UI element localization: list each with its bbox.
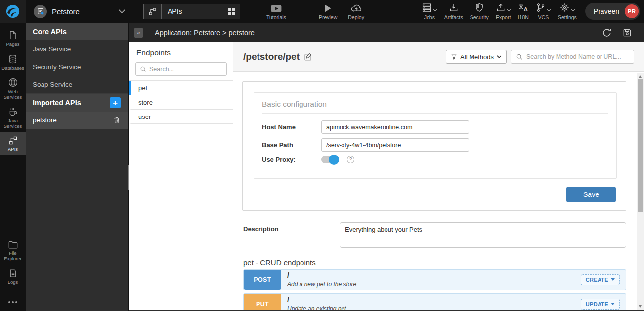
jobs-menu[interactable]: Jobs — [418, 0, 441, 23]
sidebar-item-apis[interactable]: APIs — [0, 132, 26, 155]
vcs-menu[interactable]: VCS — [532, 0, 555, 23]
add-api-button[interactable]: + — [110, 97, 121, 108]
preview-button[interactable]: Preview — [315, 0, 341, 23]
download-tray-icon — [449, 3, 459, 13]
tutorials-label: Tutorials — [266, 14, 286, 20]
breadcrumb-bar: « Application: Petstore > petstore — [129, 23, 644, 42]
more-menu-button[interactable] — [0, 296, 26, 311]
description-section: Description Everything about your Pets — [243, 222, 626, 248]
endpoint-row-put[interactable]: PUT / Update an existing pet UPDATE — [243, 293, 626, 311]
core-api-java-service[interactable]: Java Service — [26, 40, 128, 58]
sidebar-item-label: Databases — [1, 66, 24, 71]
method-filter-select[interactable]: All Methods — [446, 50, 507, 64]
use-proxy-toggle[interactable] — [321, 156, 338, 163]
sidebar-item-databases[interactable]: Databases — [0, 50, 26, 74]
log-document-icon — [8, 268, 18, 278]
caret-down-icon — [507, 9, 511, 12]
imported-apis-header: Imported APIs + — [26, 94, 128, 112]
core-api-security-service[interactable]: Security Service — [26, 58, 128, 76]
sidebar-item-logs[interactable]: Logs — [0, 265, 26, 288]
sidebar-item-java-services[interactable]: Java Services — [0, 103, 26, 132]
main-header: /petstore/pet All Methods — [233, 42, 644, 72]
scroll-down-arrow[interactable] — [639, 305, 642, 308]
sidebar-item-label: File Explorer — [1, 251, 25, 262]
panel-scrollbar-thumb[interactable] — [128, 165, 129, 190]
base-path-field[interactable] — [321, 138, 469, 152]
sidebar-item-label: APIs — [8, 147, 18, 152]
project-name: Petstore — [52, 7, 80, 16]
user-menu[interactable]: Praveen PR — [585, 3, 640, 20]
search-icon — [516, 53, 523, 60]
update-action-dropdown[interactable]: UPDATE — [581, 299, 620, 310]
endpoint-path: / — [287, 296, 581, 304]
topbar-tools: Jobs Artifacts Security Export A I18N VC… — [418, 0, 580, 23]
core-api-soap-service[interactable]: Soap Service — [26, 76, 128, 94]
endpoint-item-pet[interactable]: pet — [129, 81, 233, 95]
filter-funnel-icon — [451, 54, 457, 60]
wavemaker-logo[interactable] — [0, 0, 26, 23]
upload-tray-icon — [496, 3, 506, 13]
caret-down-icon — [611, 278, 615, 281]
scrollbar-thumb[interactable] — [638, 79, 643, 212]
breadcrumb: Application: Petstore > petstore — [155, 29, 255, 37]
scroll-up-arrow[interactable] — [639, 75, 642, 78]
endpoints-panel: Endpoints pet store user — [129, 42, 233, 311]
branch-icon — [536, 2, 546, 13]
caret-down-icon — [611, 303, 615, 305]
save-project-button[interactable] — [622, 28, 632, 38]
description-field[interactable]: Everything about your Pets — [340, 222, 626, 248]
jobs-label: Jobs — [424, 14, 435, 20]
action-label: CREATE — [586, 277, 608, 283]
api-explorer-panel: Core APIs Java Service Security Service … — [26, 23, 128, 311]
settings-menu[interactable]: Settings — [555, 0, 580, 23]
svg-text:A: A — [523, 6, 528, 13]
tutorials-button[interactable]: Tutorials — [263, 0, 290, 23]
endpoint-item-store[interactable]: store — [129, 95, 233, 110]
page-title: /petstore/pet — [243, 51, 300, 62]
endpoint-path: / — [287, 272, 581, 280]
project-switcher[interactable]: Petstore — [26, 0, 132, 23]
database-icon — [8, 54, 18, 64]
endpoint-item-user[interactable]: user — [129, 110, 233, 124]
sidebar-item-web-services[interactable]: Web Services — [0, 74, 26, 103]
description-label: Description — [243, 222, 340, 248]
base-path-label: Base Path — [262, 141, 321, 149]
imported-apis-label: Imported APIs — [33, 99, 81, 107]
endpoints-search-input[interactable] — [149, 66, 222, 73]
export-menu[interactable]: Export — [492, 0, 515, 23]
sidebar-item-file-explorer[interactable]: File Explorer — [0, 236, 26, 265]
sidebar-item-pages[interactable]: Pages — [0, 27, 26, 50]
use-proxy-label: Use Proxy: — [262, 156, 321, 163]
grid-icon — [228, 7, 236, 15]
main-scrollbar[interactable] — [637, 73, 644, 310]
endpoint-info: / Add a new pet to the store — [281, 270, 581, 290]
edit-title-button[interactable] — [304, 52, 313, 61]
save-button[interactable]: Save — [566, 187, 616, 202]
imported-api-petstore[interactable]: petstore — [26, 112, 128, 129]
refresh-button[interactable] — [601, 27, 612, 38]
caret-down-icon — [433, 9, 437, 12]
delete-api-button[interactable] — [113, 116, 121, 124]
sidebar-item-label: Web Services — [1, 89, 25, 100]
nodes-icon — [8, 136, 18, 145]
i18n-label: I18N — [518, 14, 529, 20]
petstore-label: petstore — [33, 117, 57, 124]
endpoints-search[interactable] — [135, 62, 227, 76]
create-action-dropdown[interactable]: CREATE — [581, 274, 620, 285]
deploy-button[interactable]: Deploy — [344, 0, 368, 23]
globe-icon — [8, 78, 18, 88]
collapse-panel-button[interactable]: « — [134, 28, 143, 38]
method-search-input[interactable] — [526, 53, 629, 60]
artifacts-button[interactable]: Artifacts — [441, 0, 467, 23]
security-button[interactable]: Security — [467, 0, 492, 23]
basic-configuration-title: Basic configuration — [262, 100, 608, 114]
endpoint-row-post[interactable]: POST / Add a new pet to the store CREATE — [243, 269, 626, 290]
host-name-field[interactable] — [321, 120, 469, 134]
workspace-tab-apis[interactable]: APIs — [143, 4, 240, 19]
floppy-save-icon — [622, 28, 632, 38]
help-icon: ? — [347, 156, 354, 163]
method-search[interactable] — [511, 50, 634, 64]
host-name-label: Host Name — [262, 123, 321, 131]
i18n-button[interactable]: A I18N — [515, 0, 532, 23]
security-label: Security — [470, 14, 489, 20]
